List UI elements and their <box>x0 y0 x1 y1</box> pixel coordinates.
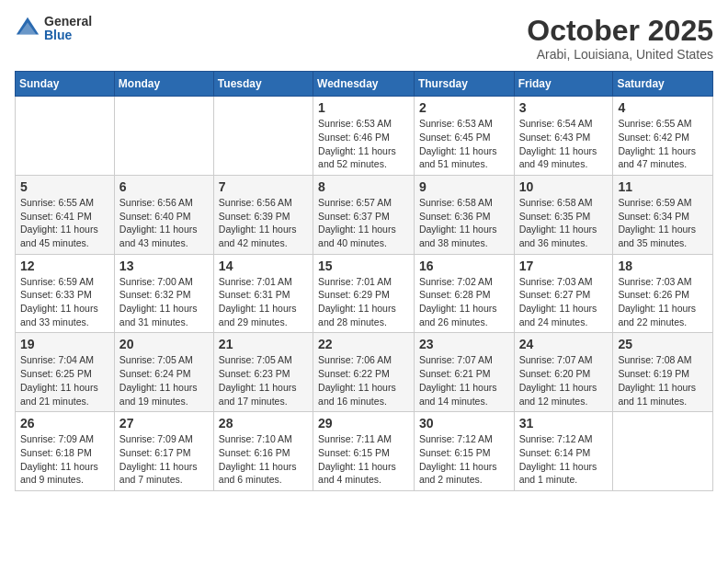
calendar-cell: 21Sunrise: 7:05 AM Sunset: 6:23 PM Dayli… <box>213 333 313 412</box>
day-info: Sunrise: 7:00 AM Sunset: 6:32 PM Dayligh… <box>119 275 209 329</box>
day-info: Sunrise: 6:58 AM Sunset: 6:35 PM Dayligh… <box>519 196 609 250</box>
day-info: Sunrise: 6:55 AM Sunset: 6:42 PM Dayligh… <box>618 117 708 171</box>
calendar-cell: 3Sunrise: 6:54 AM Sunset: 6:43 PM Daylig… <box>514 97 613 176</box>
day-number: 23 <box>419 337 509 351</box>
day-number: 5 <box>20 179 109 194</box>
day-info: Sunrise: 6:55 AM Sunset: 6:41 PM Dayligh… <box>20 196 109 250</box>
calendar-cell: 26Sunrise: 7:09 AM Sunset: 6:18 PM Dayli… <box>16 412 115 491</box>
logo-text: General Blue <box>44 15 92 43</box>
day-number: 11 <box>618 179 708 194</box>
calendar-cell: 7Sunrise: 6:56 AM Sunset: 6:39 PM Daylig… <box>213 175 313 254</box>
day-number: 26 <box>20 416 109 431</box>
calendar-cell: 23Sunrise: 7:07 AM Sunset: 6:21 PM Dayli… <box>414 333 514 412</box>
calendar-cell <box>613 412 713 491</box>
weekday-header: Friday <box>514 72 613 97</box>
logo-icon <box>15 16 40 41</box>
calendar-cell <box>213 97 313 176</box>
calendar-cell: 22Sunrise: 7:06 AM Sunset: 6:22 PM Dayli… <box>313 333 415 412</box>
day-number: 13 <box>119 259 209 273</box>
day-number: 16 <box>419 259 509 273</box>
day-info: Sunrise: 7:03 AM Sunset: 6:26 PM Dayligh… <box>618 275 708 329</box>
calendar-cell: 14Sunrise: 7:01 AM Sunset: 6:31 PM Dayli… <box>213 254 313 333</box>
day-info: Sunrise: 7:11 AM Sunset: 6:15 PM Dayligh… <box>318 432 409 487</box>
calendar-week-row: 26Sunrise: 7:09 AM Sunset: 6:18 PM Dayli… <box>16 412 713 491</box>
day-info: Sunrise: 7:07 AM Sunset: 6:20 PM Dayligh… <box>519 353 609 408</box>
logo-blue: Blue <box>44 29 92 42</box>
calendar-cell: 10Sunrise: 6:58 AM Sunset: 6:35 PM Dayli… <box>514 175 613 254</box>
day-number: 31 <box>519 416 609 431</box>
main-title: October 2025 <box>527 15 713 47</box>
day-number: 29 <box>318 416 409 431</box>
calendar-cell: 13Sunrise: 7:00 AM Sunset: 6:32 PM Dayli… <box>114 254 213 333</box>
day-number: 20 <box>119 337 209 351</box>
calendar-cell: 28Sunrise: 7:10 AM Sunset: 6:16 PM Dayli… <box>213 412 313 491</box>
calendar-cell <box>114 97 213 176</box>
calendar-cell: 25Sunrise: 7:08 AM Sunset: 6:19 PM Dayli… <box>613 333 713 412</box>
weekday-header: Sunday <box>16 72 115 97</box>
day-number: 27 <box>119 416 209 431</box>
calendar-cell: 4Sunrise: 6:55 AM Sunset: 6:42 PM Daylig… <box>613 97 713 176</box>
calendar-cell: 2Sunrise: 6:53 AM Sunset: 6:45 PM Daylig… <box>414 97 514 176</box>
day-info: Sunrise: 7:09 AM Sunset: 6:17 PM Dayligh… <box>119 432 209 487</box>
day-number: 7 <box>219 179 308 194</box>
day-number: 12 <box>20 259 109 273</box>
day-number: 15 <box>318 259 409 273</box>
day-info: Sunrise: 6:53 AM Sunset: 6:46 PM Dayligh… <box>318 117 409 171</box>
calendar-cell: 30Sunrise: 7:12 AM Sunset: 6:15 PM Dayli… <box>414 412 514 491</box>
calendar-cell: 20Sunrise: 7:05 AM Sunset: 6:24 PM Dayli… <box>114 333 213 412</box>
day-number: 2 <box>419 100 509 115</box>
day-number: 17 <box>519 259 609 273</box>
day-info: Sunrise: 6:58 AM Sunset: 6:36 PM Dayligh… <box>419 196 509 250</box>
day-number: 25 <box>618 337 708 351</box>
weekday-header: Saturday <box>613 72 713 97</box>
calendar-cell: 9Sunrise: 6:58 AM Sunset: 6:36 PM Daylig… <box>414 175 514 254</box>
calendar-cell: 15Sunrise: 7:01 AM Sunset: 6:29 PM Dayli… <box>313 254 415 333</box>
calendar-cell: 27Sunrise: 7:09 AM Sunset: 6:17 PM Dayli… <box>114 412 213 491</box>
weekday-header: Tuesday <box>213 72 313 97</box>
logo: General Blue <box>15 15 92 43</box>
calendar-cell: 29Sunrise: 7:11 AM Sunset: 6:15 PM Dayli… <box>313 412 415 491</box>
day-number: 6 <box>119 179 209 194</box>
weekday-header-row: SundayMondayTuesdayWednesdayThursdayFrid… <box>16 72 713 97</box>
calendar-week-row: 19Sunrise: 7:04 AM Sunset: 6:25 PM Dayli… <box>16 333 713 412</box>
day-info: Sunrise: 6:59 AM Sunset: 6:33 PM Dayligh… <box>20 275 109 329</box>
title-block: October 2025 Arabi, Louisiana, United St… <box>527 15 713 62</box>
day-number: 8 <box>318 179 409 194</box>
day-info: Sunrise: 7:02 AM Sunset: 6:28 PM Dayligh… <box>419 275 509 329</box>
day-info: Sunrise: 6:54 AM Sunset: 6:43 PM Dayligh… <box>519 117 609 171</box>
calendar-week-row: 12Sunrise: 6:59 AM Sunset: 6:33 PM Dayli… <box>16 254 713 333</box>
calendar-cell: 19Sunrise: 7:04 AM Sunset: 6:25 PM Dayli… <box>16 333 115 412</box>
calendar-cell: 11Sunrise: 6:59 AM Sunset: 6:34 PM Dayli… <box>613 175 713 254</box>
day-info: Sunrise: 7:05 AM Sunset: 6:23 PM Dayligh… <box>219 353 308 408</box>
day-info: Sunrise: 6:57 AM Sunset: 6:37 PM Dayligh… <box>318 196 409 250</box>
calendar-cell: 18Sunrise: 7:03 AM Sunset: 6:26 PM Dayli… <box>613 254 713 333</box>
day-number: 14 <box>219 259 308 273</box>
day-info: Sunrise: 7:12 AM Sunset: 6:14 PM Dayligh… <box>519 432 609 487</box>
day-number: 24 <box>519 337 609 351</box>
page-header: General Blue October 2025 Arabi, Louisia… <box>15 15 713 62</box>
day-number: 21 <box>219 337 308 351</box>
day-number: 3 <box>519 100 609 115</box>
day-info: Sunrise: 7:01 AM Sunset: 6:31 PM Dayligh… <box>219 275 308 329</box>
day-info: Sunrise: 7:01 AM Sunset: 6:29 PM Dayligh… <box>318 275 409 329</box>
calendar-cell: 24Sunrise: 7:07 AM Sunset: 6:20 PM Dayli… <box>514 333 613 412</box>
day-info: Sunrise: 6:56 AM Sunset: 6:40 PM Dayligh… <box>119 196 209 250</box>
day-info: Sunrise: 7:10 AM Sunset: 6:16 PM Dayligh… <box>219 432 308 487</box>
day-number: 18 <box>618 259 708 273</box>
day-info: Sunrise: 6:59 AM Sunset: 6:34 PM Dayligh… <box>618 196 708 250</box>
day-info: Sunrise: 7:04 AM Sunset: 6:25 PM Dayligh… <box>20 353 109 408</box>
day-number: 30 <box>419 416 509 431</box>
calendar-table: SundayMondayTuesdayWednesdayThursdayFrid… <box>15 71 713 491</box>
weekday-header: Thursday <box>414 72 514 97</box>
day-info: Sunrise: 7:06 AM Sunset: 6:22 PM Dayligh… <box>318 353 409 408</box>
calendar-cell: 1Sunrise: 6:53 AM Sunset: 6:46 PM Daylig… <box>313 97 415 176</box>
weekday-header: Monday <box>114 72 213 97</box>
calendar-cell: 16Sunrise: 7:02 AM Sunset: 6:28 PM Dayli… <box>414 254 514 333</box>
day-number: 28 <box>219 416 308 431</box>
day-number: 4 <box>618 100 708 115</box>
calendar-cell <box>16 97 115 176</box>
calendar-cell: 31Sunrise: 7:12 AM Sunset: 6:14 PM Dayli… <box>514 412 613 491</box>
day-info: Sunrise: 7:05 AM Sunset: 6:24 PM Dayligh… <box>119 353 209 408</box>
day-info: Sunrise: 7:09 AM Sunset: 6:18 PM Dayligh… <box>20 432 109 487</box>
day-info: Sunrise: 6:53 AM Sunset: 6:45 PM Dayligh… <box>419 117 509 171</box>
